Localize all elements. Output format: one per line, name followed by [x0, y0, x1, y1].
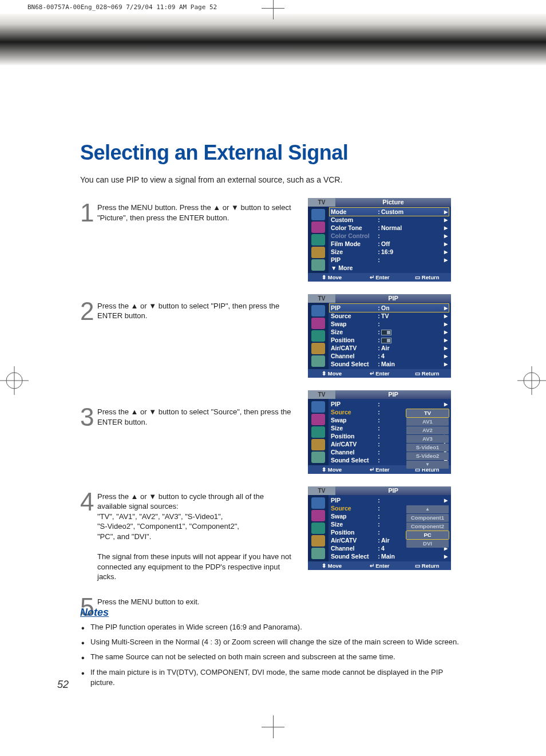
osd-option-list: ▲Component1Component2PCDVI: [406, 505, 449, 548]
osd-option: AV2: [406, 426, 449, 434]
input-icon: [311, 414, 325, 425]
osd-row: Position : ▶: [331, 336, 448, 344]
osd-title: Picture: [335, 198, 451, 207]
osd-row-label: PIP: [331, 401, 377, 407]
osd-row-label: Channel: [331, 545, 377, 552]
osd-row-value: Main: [381, 553, 442, 560]
osd-row-label: Swap: [331, 513, 377, 520]
osd-category-icons: [308, 399, 329, 465]
osd-row-label: Color Tone: [331, 224, 377, 231]
setup-icon: [311, 548, 325, 559]
osd-row: Air/CATV : Air ▶: [331, 344, 448, 352]
manual-page: BN68-00757A-00Eng_028~069 7/29/04 11:09 …: [0, 0, 546, 756]
chevron-right-icon: ▶: [442, 330, 448, 335]
step-list: 1 Press the MENU button. Press the ▲ or …: [80, 201, 292, 626]
osd-row-value: TV: [381, 312, 442, 319]
osd-row-label: Source: [331, 312, 377, 319]
osd-title: PIP: [335, 294, 451, 303]
osd-category-icons: [308, 303, 329, 369]
chevron-right-icon: ▶: [442, 258, 448, 263]
sound-icon: [311, 330, 325, 342]
step-number: 4: [80, 490, 97, 582]
osd-row-label: Channel: [331, 449, 377, 456]
osd-option: S-Video1: [406, 444, 449, 452]
osd-row-label: Air/CATV: [331, 441, 377, 448]
footer-return: ▭ Return: [403, 370, 451, 377]
step-1: 1 Press the MENU button. Press the ▲ or …: [80, 201, 292, 224]
osd-row: Mode : Custom ▶: [330, 208, 449, 216]
osd-option-list: TVAV1AV2AV3S-Video1S-Video2▼: [406, 409, 449, 469]
osd-row-label: Sound Select: [331, 457, 377, 464]
step-text: Press the ▲ or ▼ button to select "PIP",…: [97, 300, 292, 323]
osd-row: PIP : On ▶: [330, 304, 449, 312]
osd-title: PIP: [335, 486, 451, 495]
footer-enter: ↵ Enter: [355, 466, 403, 473]
osd-option: Component2: [406, 523, 449, 531]
step-text: Press the ▲ or ▼ button to select "Sourc…: [97, 406, 292, 429]
step-text: Press the ▲ or ▼ button to cycle through…: [97, 490, 292, 582]
osd-row-label: Position: [331, 433, 377, 440]
osd-source-list-1: TV PIP PIP : ▶ Source : ▶ Swap :: [308, 390, 451, 474]
step-3: 3 Press the ▲ or ▼ button to select "Sou…: [80, 406, 292, 429]
notes-section: Notes The PIP function operates in Wide …: [80, 607, 469, 692]
chevron-right-icon: ▶: [442, 242, 448, 247]
tv-icon: [311, 401, 325, 413]
osd-option: PC: [406, 531, 449, 539]
chevron-right-icon: ▶: [442, 346, 448, 351]
osd-more: ▼ More: [331, 264, 448, 272]
osd-row-value: 16:9: [381, 248, 442, 255]
osd-category-icons: [308, 207, 329, 273]
step-text: Press the MENU button. Press the ▲ or ▼ …: [97, 201, 292, 224]
osd-option: DVI: [406, 540, 449, 548]
osd-option: ▼: [406, 461, 449, 469]
print-slug: BN68-00757A-00Eng_028~069 7/29/04 11:09 …: [27, 3, 217, 11]
osd-row-value: 4: [381, 353, 442, 359]
channel-icon: [311, 535, 325, 547]
chevron-right-icon: ▶: [442, 402, 448, 407]
chevron-right-icon: ▶: [442, 362, 448, 367]
footer-enter: ↵ Enter: [355, 274, 403, 280]
chevron-right-icon: ▶: [442, 306, 448, 311]
step-2: 2 Press the ▲ or ▼ button to select "PIP…: [80, 300, 292, 323]
osd-row-value: Custom: [381, 208, 442, 215]
chevron-right-icon: ▶: [442, 250, 448, 255]
tv-icon: [311, 305, 325, 316]
footer-enter: ↵ Enter: [355, 370, 403, 377]
osd-pip-menu: TV PIP PIP : On ▶ Source : TV ▶ Swap :: [308, 294, 451, 378]
input-icon: [311, 510, 325, 521]
osd-row-label: Position: [331, 529, 377, 536]
osd-option: S-Video2: [406, 452, 449, 460]
setup-icon: [311, 452, 325, 463]
osd-row: Color Control : ▶: [331, 232, 448, 240]
osd-row-value: Off: [381, 240, 442, 247]
osd-row-label: Source: [331, 409, 377, 415]
osd-row: Sound Select : Main ▶: [331, 552, 448, 560]
sound-icon: [311, 234, 325, 246]
chevron-right-icon: ▶: [442, 225, 448, 231]
osd-row: PIP : ▶: [331, 496, 448, 504]
input-icon: [311, 318, 325, 329]
note-item: Using Multi-Screen in the Normal (4 : 3)…: [80, 637, 469, 647]
osd-row-label: Size: [331, 521, 377, 528]
chevron-right-icon: ▶: [442, 217, 448, 223]
osd-row-label: Size: [331, 425, 377, 432]
osd-row-label: Position: [331, 337, 377, 343]
footer-move: ⬍ Move: [308, 274, 355, 280]
input-icon: [311, 221, 325, 233]
page-title: Selecting an External Signal: [80, 141, 348, 165]
osd-row-value: Main: [381, 361, 442, 367]
channel-icon: [311, 439, 325, 450]
chevron-right-icon: ▶: [442, 498, 448, 503]
osd-source-list-2: TV PIP PIP : ▶ Source : ▶ Swap :: [308, 486, 451, 570]
registration-mark-bottom: [262, 715, 284, 738]
osd-option: ▲: [406, 505, 449, 513]
osd-row: Size : 16:9 ▶: [331, 248, 448, 256]
osd-footer: ⬍ Move ↵ Enter ▭ Return: [308, 369, 451, 378]
osd-row: Sound Select : Main ▶: [331, 360, 448, 368]
osd-row-label: Channel: [331, 353, 377, 359]
channel-icon: [311, 247, 325, 258]
intro-text: You can use PIP to view a signal from an…: [80, 175, 342, 184]
chevron-right-icon: ▶: [442, 322, 448, 327]
osd-option: Component1: [406, 514, 449, 522]
osd-row-label: Air/CATV: [331, 345, 377, 351]
